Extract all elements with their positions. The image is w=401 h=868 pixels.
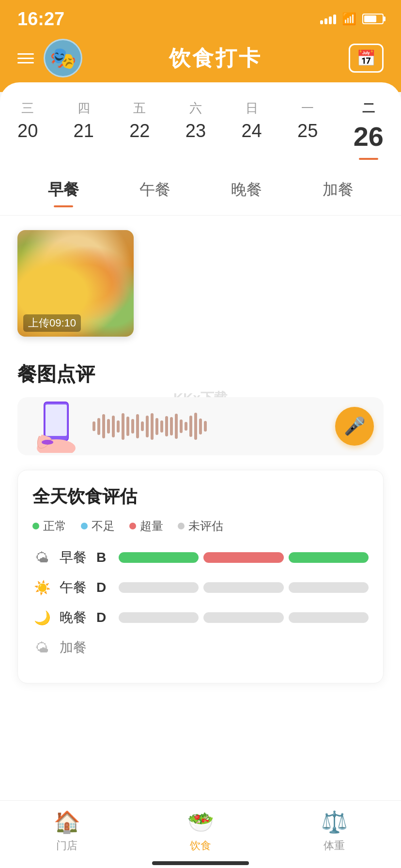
weight-icon: ⚖️ — [321, 809, 348, 835]
lunch-grade: D — [96, 580, 111, 595]
dinner-bars — [119, 612, 369, 623]
meal-row-snack: 🌤 加餐 — [32, 638, 369, 657]
dinner-bar-2 — [203, 612, 283, 623]
signal-icon — [320, 14, 336, 24]
food-photo[interactable]: 上传09:10 — [17, 230, 134, 337]
dinner-grade: D — [96, 610, 111, 625]
lunch-name: 午餐 — [60, 578, 89, 597]
mic-icon: 🎤 — [344, 416, 366, 436]
calendar-day-21[interactable]: 四 21 — [74, 100, 94, 141]
day-number-24: 24 — [241, 121, 262, 141]
home-indicator — [152, 861, 249, 865]
upload-time: 上传09:10 — [23, 314, 81, 332]
meal-row-dinner: 🌙 晚餐 D — [32, 608, 369, 627]
calendar-day-25[interactable]: 一 25 — [297, 100, 318, 141]
tab-snack[interactable]: 加餐 — [313, 174, 363, 205]
hand-phone-svg — [27, 400, 85, 453]
breakfast-bars — [119, 552, 369, 563]
review-wrapper: 餐图点评 KKx下载 www.kkx.net — [0, 351, 401, 455]
assessment-title: 全天饮食评估 — [32, 485, 369, 509]
food-photo-section: 上传09:10 — [0, 216, 401, 351]
dinner-name: 晚餐 — [60, 608, 89, 627]
lunch-bar-1 — [119, 582, 199, 593]
legend-label-unrated: 未评估 — [188, 518, 223, 534]
nav-label-weight: 体重 — [324, 838, 345, 853]
legend-excess: 超量 — [129, 518, 163, 534]
lunch-icon: ☀️ — [32, 580, 52, 596]
tab-dinner[interactable]: 晚餐 — [221, 174, 272, 205]
active-day-indicator — [359, 158, 378, 160]
avatar[interactable]: 🎭 — [44, 39, 82, 78]
mic-button[interactable]: 🎤 — [335, 407, 374, 446]
calendar-icon: 📅 — [356, 49, 376, 67]
status-icons: 📶 — [320, 12, 384, 26]
breakfast-bar-3 — [289, 552, 369, 563]
lunch-bars — [119, 582, 369, 593]
dinner-icon: 🌙 — [32, 610, 52, 626]
legend-unrated: 未评估 — [178, 518, 223, 534]
page-title: 饮食打卡 — [169, 44, 262, 73]
legend-label-excess: 超量 — [140, 518, 163, 534]
day-number-25: 25 — [297, 121, 318, 141]
lunch-bar-3 — [289, 582, 369, 593]
meal-row-breakfast: 🌤 早餐 B — [32, 548, 369, 567]
waveform — [85, 412, 335, 441]
dinner-bar-1 — [119, 612, 199, 623]
day-name-24: 日 — [246, 100, 258, 117]
breakfast-name: 早餐 — [60, 548, 89, 567]
nav-label-store: 门店 — [56, 838, 77, 853]
battery-icon — [362, 14, 384, 24]
tab-lunch[interactable]: 午餐 — [130, 174, 180, 205]
diet-icon: 🥗 — [187, 809, 214, 835]
header-left: 🎭 — [17, 39, 82, 78]
nav-item-weight[interactable]: ⚖️ 体重 — [321, 809, 348, 853]
calendar-day-22[interactable]: 五 22 — [129, 100, 150, 141]
hand-phone-illustration — [27, 400, 85, 453]
calendar-day-24[interactable]: 日 24 — [241, 100, 262, 141]
dinner-bar-3 — [289, 612, 369, 623]
snack-name: 加餐 — [60, 638, 89, 657]
nav-item-store[interactable]: 🏠 门店 — [54, 809, 80, 853]
tab-breakfast[interactable]: 早餐 — [38, 174, 89, 205]
day-number-26: 26 — [354, 121, 384, 152]
day-name-23: 六 — [189, 100, 202, 117]
daily-assessment: 全天饮食评估 正常 不足 超量 未评估 🌤 早餐 B — [17, 470, 384, 683]
calendar-button[interactable]: 📅 — [349, 44, 384, 73]
snack-icon: 🌤 — [32, 640, 52, 656]
legend-dot-excess — [129, 523, 136, 529]
legend-label-normal: 正常 — [43, 518, 66, 534]
legend-label-insufficient: 不足 — [92, 518, 115, 534]
legend-dot-normal — [32, 523, 39, 529]
day-name-22: 五 — [133, 100, 146, 117]
calendar-day-26[interactable]: 二 26 — [354, 100, 384, 160]
store-icon: 🏠 — [54, 809, 80, 835]
nav-item-diet[interactable]: 🥗 饮食 — [187, 809, 214, 853]
legend-insufficient: 不足 — [81, 518, 115, 534]
voice-review: 🎤 — [17, 397, 384, 455]
day-number-23: 23 — [185, 121, 206, 141]
bottom-nav: 🏠 门店 🥗 饮食 ⚖️ 体重 — [0, 800, 401, 868]
svg-point-3 — [42, 440, 53, 445]
breakfast-icon: 🌤 — [32, 550, 52, 566]
calendar-day-20[interactable]: 三 20 — [17, 100, 38, 141]
legend-dot-unrated — [178, 523, 185, 529]
section-title-review: 餐图点评 — [0, 351, 401, 397]
day-name-25: 一 — [301, 100, 314, 117]
day-number-20: 20 — [17, 121, 38, 141]
meal-tabs: 早餐 午餐 晚餐 加餐 — [0, 170, 401, 216]
meal-row-lunch: ☀️ 午餐 D — [32, 578, 369, 597]
breakfast-bar-1 — [119, 552, 199, 563]
avatar-image: 🎭 — [50, 46, 77, 71]
calendar-day-23[interactable]: 六 23 — [185, 100, 206, 141]
breakfast-bar-2 — [203, 552, 283, 563]
assessment-legend: 正常 不足 超量 未评估 — [32, 518, 369, 534]
svg-rect-1 — [46, 404, 67, 436]
day-number-21: 21 — [74, 121, 94, 141]
menu-icon[interactable] — [17, 53, 34, 63]
day-name-26: 二 — [362, 100, 375, 117]
lunch-bar-2 — [203, 582, 283, 593]
main-content: 三 20 四 21 五 22 六 23 日 24 一 25 二 26 早 — [0, 82, 401, 848]
status-time: 16:27 — [17, 9, 64, 30]
breakfast-grade: B — [96, 550, 111, 565]
wifi-icon: 📶 — [342, 12, 356, 26]
